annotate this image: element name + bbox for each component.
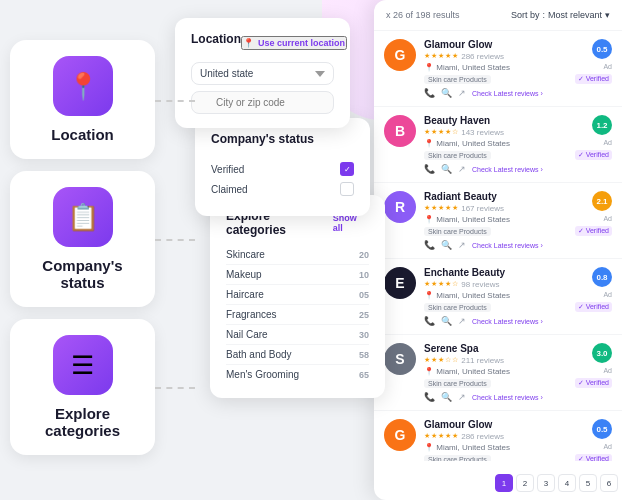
result-reviews: 167 reviews	[459, 204, 504, 213]
star-icon: ★	[445, 52, 451, 61]
result-actions: 📞 🔍 ↗ Check Latest reviews ›	[424, 164, 549, 174]
verified-badge: ✓ Verified	[575, 150, 612, 160]
star-icon: ★	[452, 52, 458, 61]
star-icon: ★	[424, 52, 430, 61]
star-icon: ★	[445, 280, 451, 289]
star-icon: ☆	[452, 356, 458, 365]
result-reviews: 98 reviews	[459, 280, 499, 289]
star-icon: ★	[424, 280, 430, 289]
result-avatar: B	[384, 115, 416, 147]
status-icon: 📋	[53, 187, 113, 247]
star-icon: ★	[438, 204, 444, 213]
result-info: Radiant Beauty ★★★★★ 167 reviews 📍 Miami…	[424, 191, 549, 250]
share-icon: ↗	[458, 88, 466, 98]
location-panel-title: Location	[191, 32, 241, 46]
claimed-checkbox[interactable]	[340, 182, 354, 196]
use-current-location-button[interactable]: 📍 Use current location	[241, 36, 347, 50]
verified-badge: ✓ Verified	[575, 226, 612, 236]
result-avatar: G	[384, 39, 416, 71]
page-button[interactable]: 2	[516, 474, 534, 492]
category-bathandbody[interactable]: Bath and Body 58	[226, 345, 369, 365]
verified-badge: ✓ Verified	[575, 378, 612, 388]
result-avatar: G	[384, 419, 416, 451]
status-item-verified: Verified ✓	[211, 162, 354, 176]
star-icon: ★	[431, 52, 437, 61]
star-icon: ★	[424, 356, 430, 365]
check-latest-button[interactable]: Check Latest reviews ›	[472, 88, 543, 98]
check-latest-button[interactable]: Check Latest reviews ›	[472, 392, 543, 402]
result-name: Glamour Glow	[424, 419, 549, 430]
result-reviews: 211 reviews	[459, 356, 504, 365]
result-right: 3.0 Ad ✓ Verified	[557, 343, 612, 388]
result-item[interactable]: G Glamour Glow ★★★★★ 286 reviews 📍 Miami…	[374, 411, 622, 461]
category-haircare[interactable]: Haircare 05	[226, 285, 369, 305]
result-tag: Skin care Products	[424, 227, 491, 236]
phone-icon: 📞	[424, 240, 435, 250]
category-mensgrooming[interactable]: Men's Grooming 65	[226, 365, 369, 384]
distance-badge: 0.8	[592, 267, 612, 287]
results-panel: x 26 of 198 results Sort by: Most releva…	[374, 0, 622, 500]
result-reviews: 286 reviews	[459, 432, 504, 441]
phone-icon: 📞	[424, 392, 435, 402]
verified-checkbox[interactable]: ✓	[340, 162, 354, 176]
search-icon: 🔍	[441, 316, 452, 326]
result-tag: Skin care Products	[424, 379, 491, 388]
distance-badge: 1.2	[592, 115, 612, 135]
result-item[interactable]: R Radiant Beauty ★★★★★ 167 reviews 📍 Mia…	[374, 183, 622, 259]
page-button[interactable]: 5	[579, 474, 597, 492]
category-makeup[interactable]: Makeup 10	[226, 265, 369, 285]
category-fragrances[interactable]: Fragrances 25	[226, 305, 369, 325]
category-nailcare[interactable]: Nail Care 30	[226, 325, 369, 345]
share-icon: ↗	[458, 316, 466, 326]
show-all-link[interactable]: Show all	[333, 213, 369, 233]
result-name: Glamour Glow	[424, 39, 549, 50]
result-tags: Skin care Products	[424, 75, 549, 84]
star-icon: ★	[438, 356, 444, 365]
result-info: Glamour Glow ★★★★★ 286 reviews 📍 Miami, …	[424, 39, 549, 98]
result-tags: Skin care Products	[424, 227, 549, 236]
result-stars: ★★★★★ 167 reviews	[424, 204, 549, 213]
distance-badge: 0.5	[592, 39, 612, 59]
state-select[interactable]: United state	[191, 62, 334, 85]
page-button[interactable]: 3	[537, 474, 555, 492]
category-skincare[interactable]: Skincare 20	[226, 245, 369, 265]
star-icon: ★	[438, 128, 444, 137]
share-icon: ↗	[458, 392, 466, 402]
star-icon: ★	[431, 432, 437, 441]
search-icon: 🔍	[441, 392, 452, 402]
result-tags: Skin care Products	[424, 151, 549, 160]
result-stars: ★★★★★ 286 reviews	[424, 432, 549, 441]
star-icon: ★	[438, 52, 444, 61]
star-icon: ★	[424, 432, 430, 441]
claimed-label: Claimed	[211, 184, 248, 195]
page-button[interactable]: 4	[558, 474, 576, 492]
star-icon: ☆	[452, 280, 458, 289]
results-count: x 26 of 198 results	[386, 10, 460, 20]
result-location: 📍 Miami, United States	[424, 291, 549, 300]
star-icon: ★	[431, 128, 437, 137]
phone-icon: 📞	[424, 316, 435, 326]
check-latest-button[interactable]: Check Latest reviews ›	[472, 240, 543, 250]
city-search-input[interactable]	[191, 91, 334, 114]
check-latest-button[interactable]: Check Latest reviews ›	[472, 316, 543, 326]
categories-panel: Explore categories Show all Skincare 20 …	[210, 195, 385, 398]
verified-badge: ✓ Verified	[575, 302, 612, 312]
result-right: 0.5 Ad ✓ Verified	[557, 39, 612, 84]
result-item[interactable]: E Enchante Beauty ★★★★☆ 98 reviews 📍 Mia…	[374, 259, 622, 335]
results-header: x 26 of 198 results Sort by: Most releva…	[374, 0, 622, 31]
result-item[interactable]: G Glamour Glow ★★★★★ 286 reviews 📍 Miami…	[374, 31, 622, 107]
sort-dropdown[interactable]: Sort by: Most relevant ▾	[511, 10, 610, 20]
star-icon: ☆	[452, 128, 458, 137]
page-button[interactable]: 6	[600, 474, 618, 492]
star-icon: ★	[424, 128, 430, 137]
main-container: 📍 Location 📋 Company's status ☰ Explore …	[0, 0, 622, 500]
result-actions: 📞 🔍 ↗ Check Latest reviews ›	[424, 88, 549, 98]
status-card-title: Company's status	[26, 257, 139, 291]
page-button[interactable]: 1	[495, 474, 513, 492]
star-icon: ★	[431, 204, 437, 213]
verified-badge: ✓ Verified	[575, 74, 612, 84]
result-item[interactable]: S Serene Spa ★★★☆☆ 211 reviews 📍 Miami, …	[374, 335, 622, 411]
feature-cards-list: 📍 Location 📋 Company's status ☰ Explore …	[10, 40, 155, 455]
check-latest-button[interactable]: Check Latest reviews ›	[472, 164, 543, 174]
result-item[interactable]: B Beauty Haven ★★★★☆ 143 reviews 📍 Miami…	[374, 107, 622, 183]
